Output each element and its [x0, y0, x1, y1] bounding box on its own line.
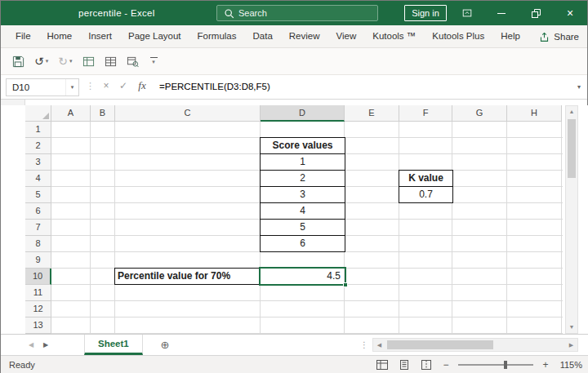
cell-D6[interactable]: 4 — [260, 202, 345, 220]
scroll-down-button[interactable]: ▼ — [566, 322, 577, 333]
insert-function-button[interactable]: fx — [134, 79, 150, 92]
cell-D3[interactable]: 1 — [260, 153, 345, 171]
vertical-scrollbar-thumb[interactable] — [568, 119, 576, 178]
row-header-2[interactable]: 2 — [25, 138, 51, 154]
excel-window: percentile - Excel Search Sign in × File… — [0, 0, 588, 373]
ribbon-tab-formulas[interactable]: Formulas — [189, 25, 245, 47]
redo-icon: ↻ — [58, 56, 68, 67]
cell-D4[interactable]: 2 — [260, 170, 345, 187]
sheet-tab-sheet1[interactable]: Sheet1 — [84, 335, 143, 355]
next-sheet-button[interactable]: ▶ — [43, 335, 48, 356]
scroll-right-button[interactable]: ▶ — [565, 339, 577, 351]
zoom-in-button[interactable]: + — [541, 359, 550, 371]
ribbon-tab-kutools-plus[interactable]: Kutools Plus — [424, 25, 492, 47]
scroll-left-button[interactable]: ◀ — [373, 339, 385, 351]
close-button[interactable]: × — [553, 1, 587, 25]
vertical-scrollbar[interactable]: ▲ ▼ — [565, 105, 578, 334]
sign-in-button[interactable]: Sign in — [404, 5, 447, 21]
confirm-entry-button[interactable]: ✓ — [116, 80, 131, 91]
row-header-11[interactable]: 11 — [25, 285, 51, 301]
horizontal-scrollbar[interactable]: ◀ ▶ — [372, 338, 578, 352]
redo-button[interactable]: ↻▾ — [55, 53, 75, 69]
row-header-7[interactable]: 7 — [25, 220, 51, 236]
ribbon-tab-review[interactable]: Review — [281, 25, 328, 47]
column-header-E[interactable]: E — [345, 105, 399, 122]
zoom-slider[interactable] — [458, 360, 533, 370]
cell-D10-selected[interactable]: 4.5 — [259, 267, 346, 286]
save-button[interactable] — [9, 53, 28, 70]
previous-sheet-button[interactable]: ◀ — [29, 335, 33, 356]
column-header-B[interactable]: B — [91, 105, 115, 122]
undo-icon: ↺ — [34, 56, 44, 67]
row-header-12[interactable]: 12 — [25, 301, 51, 317]
ribbon-display-options-button[interactable] — [450, 1, 484, 25]
row-header-6[interactable]: 6 — [25, 203, 51, 220]
cell-D8[interactable]: 6 — [260, 235, 345, 252]
ribbon-tab-view[interactable]: View — [328, 25, 365, 47]
restore-icon — [532, 9, 541, 18]
cell-F5[interactable]: 0.7 — [399, 186, 453, 203]
cell-D5[interactable]: 3 — [260, 186, 345, 203]
search-box[interactable]: Search — [216, 5, 378, 21]
row-header-9[interactable]: 9 — [25, 252, 51, 269]
undo-button[interactable]: ↺▾ — [31, 53, 51, 69]
cell-D7[interactable]: 5 — [260, 219, 345, 236]
column-header-C[interactable]: C — [115, 105, 261, 122]
zoom-out-button[interactable]: − — [441, 359, 451, 371]
column-header-D[interactable]: D — [261, 105, 345, 122]
name-box[interactable]: D10 ▾ — [6, 78, 79, 96]
row-header-1[interactable]: 1 — [25, 122, 51, 138]
column-header-H[interactable]: H — [507, 105, 562, 122]
zoom-slider-thumb[interactable] — [504, 361, 507, 369]
name-box-value: D10 — [7, 82, 65, 92]
new-sheet-button[interactable]: ⊕ — [158, 338, 172, 353]
customize-qat-button[interactable]: ▾ — [150, 57, 158, 65]
zoom-level[interactable]: 115% — [558, 360, 582, 370]
formula-input[interactable]: =PERCENTILE(D3:D8,F5) — [159, 75, 270, 99]
cell-F4[interactable]: K value — [399, 170, 453, 187]
scroll-up-button[interactable]: ▲ — [566, 106, 577, 118]
horizontal-scrollbar-thumb[interactable] — [387, 340, 493, 349]
row-header-3[interactable]: 3 — [25, 154, 51, 171]
row-header-13[interactable]: 13 — [25, 317, 51, 334]
normal-view-button[interactable] — [375, 358, 390, 371]
column-header-A[interactable]: A — [51, 105, 91, 122]
ribbon-tab-file[interactable]: File — [7, 25, 39, 47]
cell-C10[interactable]: Percentile value for 70% — [114, 268, 261, 285]
row-header-4[interactable]: 4 — [25, 171, 51, 187]
row-header-5[interactable]: 5 — [25, 187, 51, 203]
column-header-G[interactable]: G — [452, 105, 507, 122]
search-placeholder: Search — [238, 8, 267, 18]
ribbon-tab-insert[interactable]: Insert — [80, 25, 120, 47]
ribbon-tab-help[interactable]: Help — [492, 25, 528, 47]
redo-dropdown-icon[interactable]: ▾ — [69, 58, 73, 64]
ribbon-tab-home[interactable]: Home — [39, 25, 81, 47]
ribbon-tab-page-layout[interactable]: Page Layout — [120, 25, 189, 47]
title-bar: percentile - Excel Search Sign in × — [1, 1, 587, 25]
name-box-splitter[interactable]: ⋮ — [86, 81, 95, 91]
qat-table-tool-button-3[interactable] — [123, 53, 142, 70]
ribbon-tab-data[interactable]: Data — [245, 25, 281, 47]
cell-D2[interactable]: Score values — [260, 137, 345, 154]
expand-formula-bar-icon[interactable]: ▾ — [577, 75, 581, 99]
undo-dropdown-icon[interactable]: ▾ — [46, 58, 49, 64]
name-box-dropdown-icon[interactable]: ▾ — [65, 79, 78, 95]
share-button[interactable]: Share — [539, 25, 579, 48]
status-mode: Ready — [9, 356, 35, 373]
fill-handle[interactable] — [343, 282, 348, 287]
save-icon — [12, 56, 24, 68]
column-header-F[interactable]: F — [399, 105, 452, 122]
cancel-entry-button[interactable]: × — [99, 80, 114, 91]
row-header-8[interactable]: 8 — [25, 236, 51, 252]
row-header-10[interactable]: 10 — [25, 269, 51, 285]
qat-table-tool-button-1[interactable] — [79, 53, 98, 70]
tab-scrollbar-splitter[interactable]: ⋮ — [360, 335, 368, 356]
select-all-button[interactable] — [25, 105, 51, 122]
ribbon-tab-kutools[interactable]: Kutools ™ — [364, 25, 424, 47]
page-layout-view-button[interactable] — [397, 358, 412, 371]
minimize-button[interactable] — [484, 1, 519, 25]
restore-button[interactable] — [519, 1, 553, 25]
qat-table-tool-button-2[interactable] — [101, 53, 120, 70]
page-break-preview-button[interactable] — [419, 358, 434, 371]
column-headers: ABCDEFGH — [51, 105, 563, 122]
